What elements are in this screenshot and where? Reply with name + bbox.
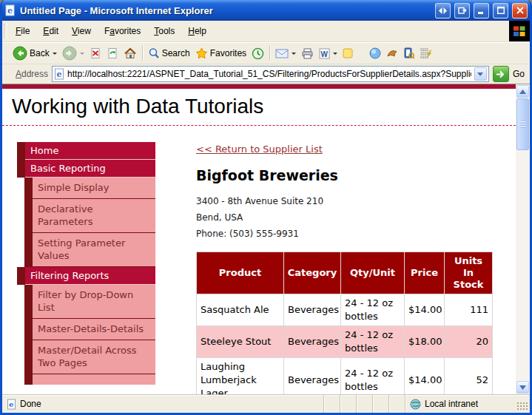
table-cell: Sasquatch Ale xyxy=(197,294,284,326)
menubar-grip[interactable] xyxy=(4,24,7,38)
print-button[interactable] xyxy=(299,47,316,61)
table-cell: Beverages xyxy=(284,326,341,358)
menu-item-view[interactable]: View xyxy=(65,24,98,38)
table-row: Laughing Lumberjack LagerBeverages24 - 1… xyxy=(197,358,493,395)
chevron-down-icon xyxy=(477,72,483,76)
stop-button[interactable] xyxy=(87,46,104,61)
nav-indent-strip xyxy=(24,199,33,233)
favorites-button[interactable]: Favorites xyxy=(193,46,249,61)
status-empty-pane xyxy=(372,395,388,413)
status-empty-pane xyxy=(388,395,405,413)
globe-icon xyxy=(410,399,421,410)
address-input[interactable]: e http://localhost:2221/ASPNET_Data_Tuto… xyxy=(52,66,489,82)
fox-button[interactable] xyxy=(384,47,400,60)
research-icon xyxy=(403,47,415,59)
back-button[interactable]: Back xyxy=(10,44,59,62)
security-zone-pane: Local intranet xyxy=(405,395,517,413)
page-area: Working with Data Tutorials HomeBasic Re… xyxy=(2,84,516,394)
scroll-down-button[interactable] xyxy=(516,381,529,394)
home-button[interactable] xyxy=(121,46,139,61)
menu-item-favorites[interactable]: Favorites xyxy=(98,24,147,38)
forward-button[interactable] xyxy=(60,44,87,62)
mail-dropdown-caret[interactable] xyxy=(292,53,296,55)
home-icon xyxy=(124,47,137,59)
go-button[interactable] xyxy=(493,66,509,82)
stop-icon xyxy=(90,47,101,59)
maximize-icon xyxy=(497,7,505,14)
sidebar-item-master-details-details[interactable]: Master-Details-Details xyxy=(33,319,155,340)
svg-text:W: W xyxy=(321,50,329,58)
edit-dropdown-caret[interactable] xyxy=(333,53,337,55)
status-message-pane: e Done xyxy=(2,395,323,413)
notes-button[interactable] xyxy=(340,47,355,60)
nav-indent-strip xyxy=(17,267,25,285)
forward-icon xyxy=(62,46,77,61)
table-row: Steeleye StoutBeverages24 - 12 oz bottle… xyxy=(197,326,493,358)
supplier-city: Bend, USA xyxy=(196,209,495,226)
refresh-button[interactable] xyxy=(104,46,121,61)
sidebar-item-filtering-reports[interactable]: Filtering Reports xyxy=(25,267,155,285)
sidebar-item-filter-by-drop-down-list[interactable]: Filter by Drop-Down List xyxy=(33,285,155,319)
minimize-button[interactable] xyxy=(474,3,489,18)
search-label: Search xyxy=(162,48,190,58)
maximize-button[interactable] xyxy=(493,3,508,18)
forward-dropdown-caret[interactable] xyxy=(80,53,84,55)
search-icon xyxy=(148,47,160,59)
refresh-icon xyxy=(107,47,118,59)
encoding-button[interactable]: 010110100101 xyxy=(418,46,434,61)
window-title: Untitled Page - Microsoft Internet Explo… xyxy=(20,5,431,16)
title-bar: e Untitled Page - Microsoft Internet Exp… xyxy=(0,0,532,21)
menu-bar-items: FileEditViewFavoritesToolsHelp xyxy=(9,21,213,41)
research-button[interactable] xyxy=(401,46,417,61)
address-label: Address xyxy=(16,69,48,79)
products-table: ProductCategoryQty/UnitPriceUnits In Sto… xyxy=(196,252,493,394)
notes-icon xyxy=(343,48,353,58)
sidebar-item-clipped[interactable] xyxy=(33,374,155,385)
table-cell: Laughing Lumberjack Lager xyxy=(197,358,284,395)
column-header-category: Category xyxy=(284,252,341,294)
edit-word-icon: W xyxy=(319,48,330,59)
menu-item-tools[interactable]: Tools xyxy=(147,24,181,38)
popout-button[interactable] xyxy=(454,3,470,18)
go-arrow-icon xyxy=(496,70,505,78)
table-cell: 111 xyxy=(445,294,493,326)
vertical-scrollbar[interactable] xyxy=(516,84,530,394)
fox-icon xyxy=(386,48,398,58)
menu-item-file[interactable]: File xyxy=(9,24,36,38)
sidebar-item-basic-reporting[interactable]: Basic Reporting xyxy=(25,160,155,178)
nav-indent-strip xyxy=(24,178,33,199)
mail-button[interactable] xyxy=(273,47,298,60)
popout-icon xyxy=(458,7,467,14)
supplier-address-block: 3400 - 8th Avenue Suite 210 Bend, USA Ph… xyxy=(196,193,495,242)
print-icon xyxy=(301,48,314,59)
sidebar-item-declarative-parameters[interactable]: Declarative Parameters xyxy=(33,199,155,233)
close-icon xyxy=(516,7,524,14)
back-dropdown-caret[interactable] xyxy=(53,53,57,55)
address-dropdown-button[interactable] xyxy=(474,67,487,81)
resize-grip[interactable] xyxy=(517,401,528,411)
scrollbar-thumb[interactable] xyxy=(516,98,529,150)
nav-row: Simple Display xyxy=(24,178,155,199)
go-label[interactable]: Go xyxy=(513,69,527,79)
scroll-lr-button[interactable] xyxy=(435,3,451,18)
ie-page-icon: e xyxy=(4,4,16,16)
sidebar-item-partial[interactable] xyxy=(24,374,155,385)
menu-item-help[interactable]: Help xyxy=(181,24,213,38)
return-to-supplier-list-link[interactable]: << Return to Supplier List xyxy=(196,144,323,155)
history-button[interactable] xyxy=(249,46,266,61)
table-cell: 24 - 12 oz bottles xyxy=(341,358,405,395)
products-table-body: Sasquatch AleBeverages24 - 12 oz bottles… xyxy=(197,294,493,395)
msn-button[interactable] xyxy=(367,46,383,61)
sidebar-item-home[interactable]: Home xyxy=(25,142,155,160)
supplier-street: 3400 - 8th Avenue Suite 210 xyxy=(196,193,495,209)
nav-indent-strip xyxy=(17,142,25,160)
scroll-lr-icon xyxy=(439,7,447,14)
sidebar-item-master-detail-across-two-pages[interactable]: Master/Detail Across Two Pages xyxy=(33,340,155,374)
search-button[interactable]: Search xyxy=(146,46,192,61)
sidebar-item-setting-parameter-values[interactable]: Setting Parameter Values xyxy=(33,233,155,267)
sidebar-item-simple-display[interactable]: Simple Display xyxy=(33,178,155,199)
edit-word-button[interactable]: W xyxy=(317,47,340,61)
close-button[interactable] xyxy=(512,3,528,18)
scroll-up-button[interactable] xyxy=(516,85,529,98)
menu-item-edit[interactable]: Edit xyxy=(36,24,65,38)
